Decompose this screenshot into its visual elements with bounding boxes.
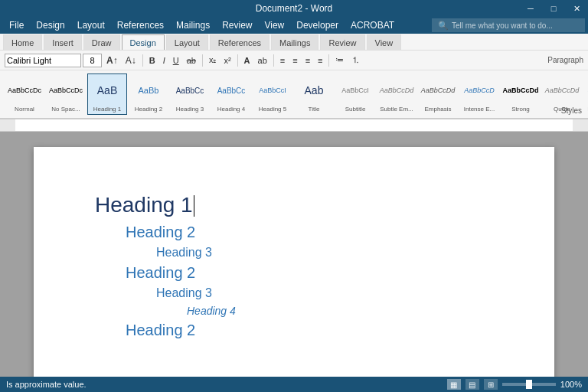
styles-section-label: Styles	[561, 106, 582, 115]
style-subtitle[interactable]: AaBbCcI Subtitle	[335, 74, 375, 115]
bullets-button[interactable]: ≔	[332, 53, 347, 68]
tab-references[interactable]: References	[210, 34, 270, 50]
menu-bar: File Design Layout References Mailings R…	[0, 17, 588, 34]
style-heading4[interactable]: AaBbCc Heading 4	[211, 74, 251, 115]
style-strong-preview: AaBbCcDd	[503, 76, 539, 106]
subscript-button[interactable]: x₂	[206, 53, 220, 68]
style-normal[interactable]: AaBbCcDc Normal	[5, 74, 44, 115]
style-subtle-em-label: Subtle Em...	[379, 106, 414, 113]
increase-font-button[interactable]: A↑	[103, 53, 121, 68]
style-intense-em[interactable]: AaBbCcD Intense E...	[459, 74, 499, 115]
style-heading1-preview: AaB	[97, 76, 117, 106]
menu-developer[interactable]: Developer	[290, 17, 345, 34]
tab-mailings[interactable]: Mailings	[271, 34, 318, 50]
style-title-preview: Aab	[305, 76, 324, 106]
styles-ribbon: AaBbCcDc Normal AaBbCcDc No Spac... AaB …	[0, 70, 588, 118]
align-left-button[interactable]: ≡	[277, 53, 288, 68]
document-area[interactable]: Heading 1 Heading 2 Heading 3 Heading 2 …	[0, 132, 588, 377]
menu-references[interactable]: References	[111, 17, 170, 34]
justify-button[interactable]: ≡	[315, 53, 325, 68]
style-subtitle-preview: AaBbCcI	[341, 76, 369, 106]
align-center-button[interactable]: ≡	[289, 53, 300, 68]
ribbon-row1: A↑ A↓ B I U ab x₂ x² A ab ≡ ≡ ≡ ≡ ≔ ⒈ Pa…	[0, 51, 588, 70]
style-heading5[interactable]: AaBbCcI Heading 5	[253, 74, 292, 115]
document-page[interactable]: Heading 1 Heading 2 Heading 3 Heading 2 …	[34, 147, 554, 377]
highlight-button[interactable]: ab	[255, 53, 270, 68]
print-layout-button[interactable]: ▦	[447, 379, 461, 390]
tab-home[interactable]: Home	[3, 34, 42, 50]
heading-2-second-text[interactable]: Heading 2	[126, 264, 493, 282]
status-text: Is approximate value.	[6, 380, 87, 389]
style-heading3[interactable]: AaBbCc Heading 3	[170, 74, 210, 115]
tab-draw[interactable]: Draw	[83, 34, 120, 50]
style-emphasis-label: Emphasis	[420, 106, 456, 113]
tab-bar: Home Insert Draw Design Layout Reference…	[0, 34, 588, 51]
style-heading2-preview: AaBb	[139, 76, 159, 106]
style-heading2[interactable]: AaBb Heading 2	[129, 74, 168, 115]
style-heading1-label: Heading 1	[90, 106, 125, 113]
sep4	[273, 54, 274, 67]
tab-design[interactable]: Design	[122, 34, 165, 50]
style-heading5-preview: AaBbCcI	[259, 76, 286, 106]
ruler	[0, 119, 588, 132]
heading-3-first-text[interactable]: Heading 3	[156, 246, 493, 260]
menu-file[interactable]: File	[3, 17, 30, 34]
heading-2-third-text[interactable]: Heading 2	[126, 322, 493, 339]
style-emphasis-preview: AaBbCcDd	[421, 76, 456, 106]
superscript-button[interactable]: x²	[220, 53, 234, 68]
numbering-button[interactable]: ⒈	[348, 53, 363, 68]
status-right: ▦ ▤ ⊞ 100%	[447, 379, 582, 390]
search-placeholder: Tell me what you want to do...	[452, 21, 553, 30]
style-normal-label: Normal	[7, 106, 42, 113]
tab-review[interactable]: Review	[320, 34, 364, 50]
heading-3-second-text[interactable]: Heading 3	[156, 286, 493, 300]
style-subtle-em[interactable]: AaBbCcDd Subtle Em...	[377, 74, 416, 115]
close-button[interactable]: ✕	[565, 0, 588, 17]
style-intense-em-preview: AaBbCcD	[464, 76, 495, 106]
tab-view[interactable]: View	[367, 34, 402, 50]
strikethrough-button[interactable]: ab	[184, 53, 199, 68]
heading-4-text[interactable]: Heading 4	[187, 305, 493, 317]
maximize-button[interactable]: □	[542, 0, 565, 17]
window-controls: ─ □ ✕	[519, 0, 588, 17]
bold-button[interactable]: B	[146, 53, 158, 68]
minimize-button[interactable]: ─	[519, 0, 542, 17]
menu-mailings[interactable]: Mailings	[170, 17, 216, 34]
style-heading4-label: Heading 4	[214, 106, 249, 113]
menu-acrobat[interactable]: ACROBAT	[345, 17, 400, 34]
tab-insert[interactable]: Insert	[44, 34, 82, 50]
italic-button[interactable]: I	[160, 53, 168, 68]
font-color-button[interactable]: A	[241, 53, 253, 68]
style-title[interactable]: Aab Title	[294, 74, 334, 115]
font-name-input[interactable]	[5, 54, 81, 67]
menu-view[interactable]: View	[258, 17, 290, 34]
tab-layout[interactable]: Layout	[166, 34, 208, 50]
sep2	[202, 54, 203, 67]
style-strong[interactable]: AaBbCcDd Strong	[501, 74, 541, 115]
font-size-input[interactable]	[83, 54, 102, 67]
decrease-font-button[interactable]: A↓	[122, 53, 139, 68]
focus-button[interactable]: ⊞	[484, 379, 498, 390]
style-intense-q[interactable]: AaBbCcD Intense Q...	[583, 74, 588, 115]
style-heading3-label: Heading 3	[172, 106, 207, 113]
style-heading1[interactable]: AaB Heading 1	[87, 74, 127, 115]
zoom-slider[interactable]	[502, 383, 556, 386]
style-no-space[interactable]: AaBbCcDc No Spac...	[46, 74, 86, 115]
status-bar: Is approximate value. ▦ ▤ ⊞ 100%	[0, 377, 588, 392]
zoom-handle[interactable]	[526, 380, 532, 389]
heading-1-text[interactable]: Heading 1	[95, 193, 493, 217]
menu-design[interactable]: Design	[30, 17, 70, 34]
underline-button[interactable]: U	[170, 53, 182, 68]
style-heading4-preview: AaBbCc	[217, 76, 246, 106]
text-cursor	[194, 195, 195, 217]
style-subtle-em-preview: AaBbCcDd	[380, 76, 414, 106]
style-emphasis[interactable]: AaBbCcDd Emphasis	[418, 74, 458, 115]
heading-2-first-text[interactable]: Heading 2	[126, 224, 493, 241]
sep1	[142, 54, 143, 67]
web-layout-button[interactable]: ▤	[466, 379, 479, 390]
style-title-label: Title	[296, 106, 332, 113]
paragraph-label: Paragraph	[547, 56, 583, 64]
menu-review[interactable]: Review	[216, 17, 258, 34]
menu-layout[interactable]: Layout	[71, 17, 111, 34]
align-right-button[interactable]: ≡	[302, 53, 313, 68]
